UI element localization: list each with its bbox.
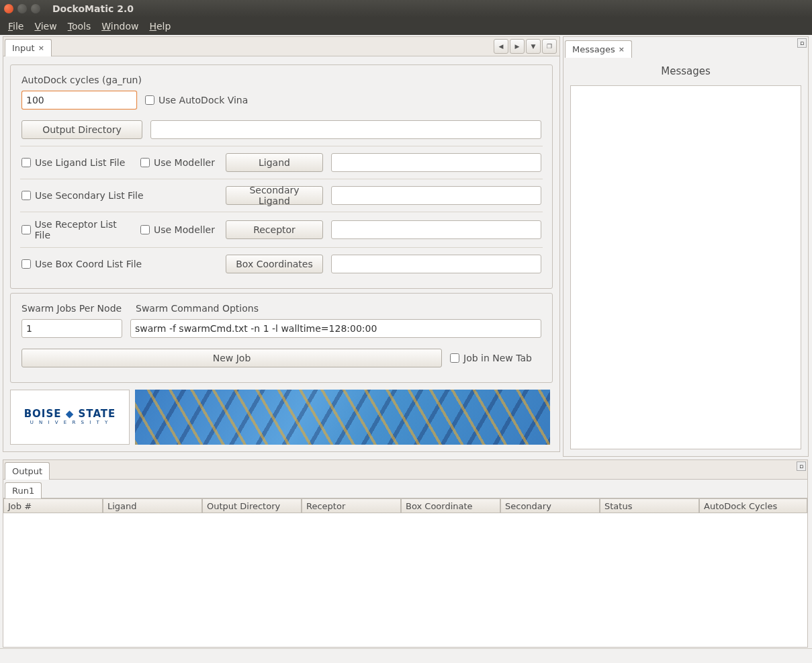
col-job-number[interactable]: Job # [3,498,103,513]
tab-input[interactable]: Input × [5,39,52,56]
tab-dropdown-button[interactable]: ▼ [526,39,541,54]
messages-heading: Messages [563,57,808,85]
boise-state-logo: BOISE ◆ STATEU N I V E R S I T Y [10,390,130,445]
swarm-jobs-label: Swarm Jobs Per Node [21,303,128,314]
tab-scroll-left-button[interactable]: ◀ [494,39,508,54]
use-autodock-vina-checkbox[interactable]: Use AutoDock Vina [145,95,248,105]
use-modeller-ligand-checkbox[interactable]: Use Modeller [140,157,218,168]
menu-tools[interactable]: Tools [62,19,97,33]
col-secondary[interactable]: Secondary [500,498,600,513]
swarm-group: Swarm Jobs Per Node Swarm Command Option… [10,293,553,383]
window-titlebar: DockoMatic 2.0 [0,0,812,17]
secondary-ligand-input[interactable] [331,186,541,205]
use-secondary-list-checkbox[interactable]: Use Secondary List File [21,190,218,201]
secondary-ligand-button[interactable]: Secondary Ligand [226,186,323,205]
new-job-button[interactable]: New Job [21,349,442,367]
use-modeller-receptor-checkbox[interactable]: Use Modeller [140,224,218,235]
menubar: File View Tools Window Help [0,17,812,35]
tab-input-label: Input [12,43,35,53]
box-coordinates-input[interactable] [331,255,541,273]
menu-help[interactable]: Help [144,19,176,33]
statusbar [0,648,812,663]
messages-body [570,85,801,449]
input-tabstrip: Input × ◀ ▶ ▼ ❐ [3,36,560,56]
use-ligand-list-checkbox[interactable]: Use Ligand List File [21,157,132,168]
col-autodock-cycles[interactable]: AutoDock Cycles [699,498,807,513]
close-icon[interactable] [4,4,13,13]
menu-window[interactable]: Window [96,19,144,33]
dna-banner-image [135,390,550,445]
autodock-group: AutoDock cycles (ga_run) Use AutoDock Vi… [10,64,553,289]
jobs-table: Job # Ligand Output Directory Receptor B… [3,498,808,648]
minimize-icon[interactable] [17,4,27,13]
autodock-cycles-label: AutoDock cycles (ga_run) [21,75,541,85]
output-tabstrip: Output ▫ [3,459,808,480]
col-box-coordinate[interactable]: Box Coordinate [401,498,500,513]
menu-file[interactable]: File [3,19,29,33]
close-icon[interactable]: × [619,45,625,54]
job-in-new-tab-checkbox[interactable]: Job in New Tab [450,353,532,363]
swarm-cmd-input[interactable] [130,319,541,338]
output-subtabstrip: Run1 [3,480,808,498]
messages-tabstrip: Messages × ▫ [563,37,808,57]
minimize-panel-button[interactable]: ▫ [797,38,807,48]
box-coordinates-button[interactable]: Box Coordinates [226,255,323,273]
autodock-cycles-input[interactable] [21,91,137,109]
output-directory-button[interactable]: Output Directory [21,120,142,139]
tab-run1[interactable]: Run1 [5,482,42,498]
maximize-icon[interactable] [31,4,40,13]
col-status[interactable]: Status [600,498,699,513]
ligand-button[interactable]: Ligand [226,153,323,172]
tab-maximize-button[interactable]: ❐ [542,39,557,54]
tab-messages[interactable]: Messages × [565,40,632,58]
swarm-cmd-label: Swarm Command Options [136,303,259,314]
tab-output[interactable]: Output [5,462,50,480]
window-title: DockoMatic 2.0 [52,3,134,14]
close-icon[interactable]: × [38,44,44,52]
col-ligand[interactable]: Ligand [103,498,202,513]
receptor-button[interactable]: Receptor [226,220,323,239]
menu-view[interactable]: View [29,19,62,33]
tab-scroll-right-button[interactable]: ▶ [510,39,525,54]
col-output-directory[interactable]: Output Directory [202,498,302,513]
col-receptor[interactable]: Receptor [302,498,401,513]
receptor-input[interactable] [331,220,541,239]
use-box-coord-list-checkbox[interactable]: Use Box Coord List File [21,259,218,269]
ligand-input[interactable] [331,153,541,172]
output-directory-input[interactable] [150,120,541,139]
minimize-panel-button[interactable]: ▫ [797,461,806,471]
swarm-jobs-input[interactable] [21,319,122,338]
use-receptor-list-checkbox[interactable]: Use Receptor List File [21,219,132,240]
